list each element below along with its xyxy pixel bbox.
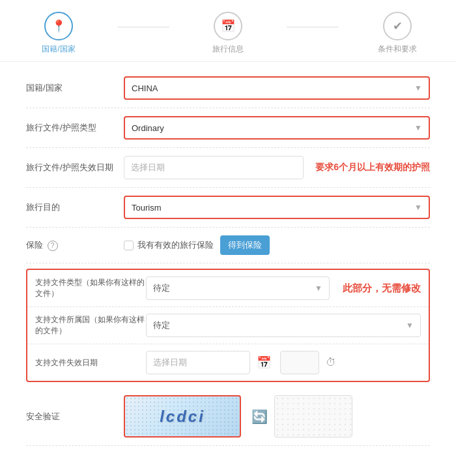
support-type-chevron-icon: ▼ [315,284,322,293]
time-icon: ⏱ [326,357,336,368]
travel-doc-label: 旅行文件/护照类型 [26,122,124,134]
nationality-control: CHINA ▼ [124,76,430,100]
step-nationality[interactable]: 📍 国籍/国家 [0,12,117,55]
nationality-chevron-icon: ▼ [414,83,422,93]
step-conditions-label: 条件和要求 [378,44,417,55]
support-expiry-date-input[interactable]: 选择日期 [146,351,250,374]
step-nationality-label: 国籍/国家 [42,44,75,55]
travel-doc-chevron-icon: ▼ [414,123,422,132]
support-expiry-label: 支持文件失效日期 [35,357,146,368]
support-country-control: 待定 ▼ [146,314,421,337]
support-country-row: 支持文件所属国（如果你有这样的文件） 待定 ▼ [27,307,429,344]
support-expiry-control: 选择日期 📅 ⏱ [146,351,421,374]
support-type-value: 待定 [153,282,309,294]
expiry-control: 选择日期 要求6个月以上有效期的护照 [124,156,430,179]
purpose-row: 旅行目的 Tourism ▼ [26,188,430,228]
step-travel-label: 旅行信息 [212,44,244,55]
insurance-control: 我有有效的旅行保险 得到保险 [124,235,430,255]
step-connector-1 [117,27,169,27]
support-type-label: 支持文件类型（如果你有这样的文件） [35,277,146,299]
support-country-value: 待定 [153,320,401,331]
step-conditions[interactable]: ✔ 条件和要求 [339,12,456,55]
insurance-checkbox-label[interactable]: 我有有效的旅行保险 [124,239,214,251]
expiry-warning-text: 要求6个月以上有效期的护照 [315,162,430,173]
red-section: 支持文件类型（如果你有这样的文件） 待定 ▼ 此部分，无需修改 支持文件所属国（… [26,269,430,382]
nationality-value: CHINA [132,83,409,93]
support-expiry-row: 支持文件失效日期 选择日期 📅 ⏱ [27,344,429,381]
steps-navigation: 📍 国籍/国家 📅 旅行信息 ✔ 条件和要求 [0,0,456,62]
travel-doc-control: Ordinary ▼ [124,116,430,140]
captcha-refresh-icon[interactable]: 🔄 [251,409,268,424]
expiry-date-input[interactable]: 选择日期 [124,156,304,179]
insurance-help-icon[interactable]: ? [48,241,58,251]
support-type-select[interactable]: 待定 ▼ [146,276,330,300]
captcha-label: 安全验证 [26,411,124,423]
support-country-label: 支持文件所属国（如果你有这样的文件） [35,314,146,336]
step-travel-icon: 📅 [214,12,242,40]
expiry-row: 旅行文件/护照失效日期 选择日期 要求6个月以上有效期的护照 [26,148,430,188]
expiry-label: 旅行文件/护照失效日期 [26,162,124,173]
nationality-select[interactable]: CHINA ▼ [124,76,430,100]
support-country-chevron-icon: ▼ [406,321,414,330]
nationality-label: 国籍/国家 [26,82,124,94]
step-connector-2 [287,27,339,27]
insurance-label: 保险 ? [26,239,124,251]
support-country-select[interactable]: 待定 ▼ [146,314,421,337]
travel-doc-row: 旅行文件/护照类型 Ordinary ▼ [26,108,430,148]
step-nationality-icon: 📍 [44,12,73,40]
captcha-input[interactable] [274,395,352,438]
support-type-control: 待定 ▼ 此部分，无需修改 [146,276,421,300]
captcha-wrap: lcdci 🔄 [124,395,352,438]
purpose-value: Tourism [132,203,409,213]
step-travel-info[interactable]: 📅 旅行信息 [169,12,287,55]
support-type-row: 支持文件类型（如果你有这样的文件） 待定 ▼ 此部分，无需修改 [27,270,429,307]
captcha-image-box: lcdci [124,395,241,438]
nationality-row: 国籍/国家 CHINA ▼ [26,68,430,108]
travel-doc-select[interactable]: Ordinary ▼ [124,116,430,140]
expiry-placeholder: 选择日期 [131,162,165,173]
purpose-select[interactable]: Tourism ▼ [124,196,430,219]
insure-button[interactable]: 得到保险 [220,235,270,255]
support-expiry-extra-input[interactable] [280,351,319,374]
insurance-text: 我有有效的旅行保险 [137,239,214,251]
form-area: 国籍/国家 CHINA ▼ 旅行文件/护照类型 Ordinary ▼ 旅行文件/… [0,62,456,459]
purpose-label: 旅行目的 [26,201,124,213]
step-conditions-icon: ✔ [383,12,412,40]
insurance-checkbox[interactable] [124,241,134,250]
captcha-text: lcdci [160,408,205,426]
travel-doc-value: Ordinary [132,123,409,133]
section-annotation-text: 此部分，无需修改 [343,282,421,295]
purpose-control: Tourism ▼ [124,196,430,219]
purpose-chevron-icon: ▼ [414,203,422,212]
calendar-icon[interactable]: 📅 [257,355,271,370]
captcha-section: 安全验证 lcdci 🔄 [26,387,430,446]
insurance-row: 保险 ? 我有有效的旅行保险 得到保险 [26,228,430,263]
captcha-input-noise [275,396,352,437]
support-expiry-placeholder: 选择日期 [153,357,187,368]
